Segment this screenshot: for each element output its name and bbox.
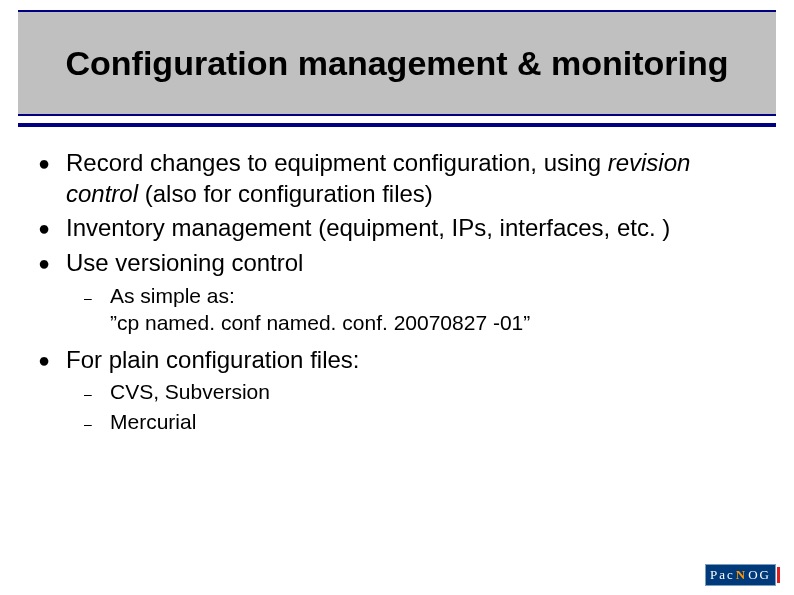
bullet-level2: – Mercurial [84,409,758,437]
bullet-text: Inventory management (equipment, IPs, in… [66,213,758,244]
bullet-dot-icon: ● [36,148,66,209]
bullet-level2: – CVS, Subversion [84,379,758,407]
logo-box: P a c N O G [705,564,776,586]
slide-title: Configuration management & monitoring [66,44,729,82]
bullet-text: CVS, Subversion [110,379,758,407]
bullet-level2: – As simple as: ”cp named. conf named. c… [84,283,758,337]
logo-letter: G [760,567,771,583]
bullet-text: Record changes to equipment configuratio… [66,148,758,209]
pacnog-logo: P a c N O G [705,565,780,585]
logo-letter: a [719,567,727,583]
bullet-dot-icon: ● [36,213,66,244]
bullet-dash-icon: – [84,283,110,337]
bullet-text: For plain configuration files: [66,345,758,376]
bullet-dash-icon: – [84,409,110,437]
bullet-level1: ● Record changes to equipment configurat… [36,148,758,209]
logo-letter-accent: N [736,567,747,583]
slide: Configuration management & monitoring ● … [0,0,794,595]
text-line: ”cp named. conf named. conf. 20070827 -0… [110,311,530,334]
logo-letter: P [710,567,719,583]
bullet-dot-icon: ● [36,248,66,279]
bullet-dot-icon: ● [36,345,66,376]
logo-letter: O [748,567,759,583]
title-divider [18,123,776,127]
bullet-dash-icon: – [84,379,110,407]
text-segment: Record changes to equipment configuratio… [66,149,608,176]
text-line: As simple as: [110,284,235,307]
bullet-level1: ● For plain configuration files: [36,345,758,376]
logo-bar-icon [777,567,780,583]
bullet-text: Use versioning control [66,248,758,279]
bullet-text: As simple as: ”cp named. conf named. con… [110,283,758,337]
bullet-level1: ● Inventory management (equipment, IPs, … [36,213,758,244]
bullet-level1: ● Use versioning control [36,248,758,279]
bullet-text: Mercurial [110,409,758,437]
logo-letter: c [727,567,735,583]
title-band: Configuration management & monitoring [18,10,776,116]
text-segment: (also for configuration files) [138,180,433,207]
content-area: ● Record changes to equipment configurat… [36,148,758,439]
